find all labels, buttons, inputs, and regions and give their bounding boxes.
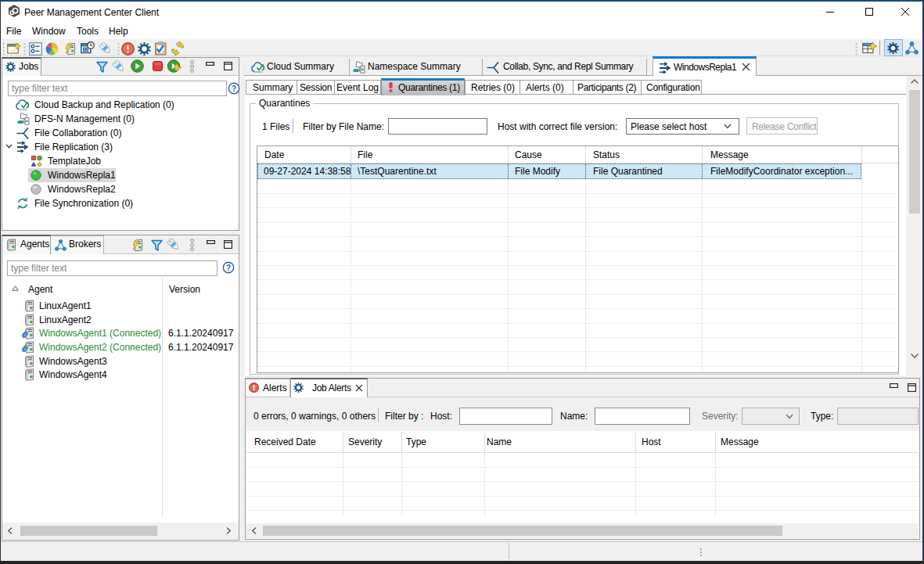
- svg-text:?: ?: [232, 84, 236, 93]
- svg-text:12: 12: [83, 47, 88, 52]
- svg-text:?: ?: [226, 264, 231, 272]
